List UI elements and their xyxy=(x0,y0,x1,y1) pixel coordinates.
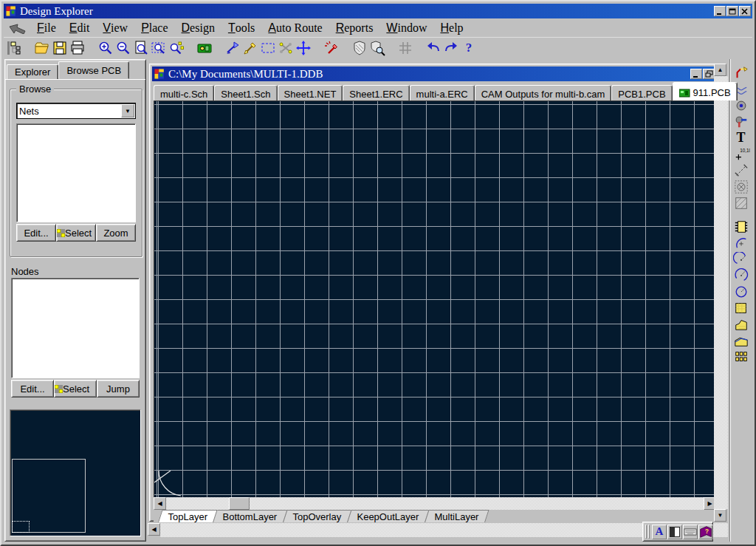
browse-edit-button[interactable]: Edit... xyxy=(16,224,56,242)
menu-help[interactable]: Help xyxy=(433,21,470,35)
document-titlebar[interactable]: C:\My Documents\MULTI-1.DDB xyxy=(152,66,716,81)
layer-tab-bar: TopLayerBottomLayerTopOverlayKeepOutLaye… xyxy=(154,510,716,522)
place-via-button[interactable] xyxy=(732,114,750,129)
document-maximize-button[interactable] xyxy=(703,69,715,79)
browse-type-combobox[interactable]: Nets ▼ xyxy=(16,103,136,119)
browse-select-button[interactable]: Select xyxy=(56,224,96,242)
wizard-button[interactable] xyxy=(323,39,340,57)
scrollbar-track[interactable] xyxy=(714,76,728,509)
keyboard-button[interactable] xyxy=(683,525,698,539)
titlebar[interactable]: Design Explorer xyxy=(4,4,752,18)
save-document-button[interactable] xyxy=(51,39,69,57)
panel-tab-explorer[interactable]: Explorer xyxy=(7,64,58,79)
edit-track-button[interactable] xyxy=(224,39,241,57)
help-button[interactable]: ? xyxy=(460,39,478,57)
arc-by-center-button[interactable] xyxy=(732,251,750,267)
nodes-edit-button[interactable]: Edit... xyxy=(11,380,54,397)
document-minimize-button[interactable] xyxy=(690,69,702,79)
toggle-grid-button[interactable] xyxy=(396,39,414,57)
open-document-icon xyxy=(34,40,50,56)
menu-edit[interactable]: Edit xyxy=(63,21,97,35)
toolbar-grip[interactable] xyxy=(645,525,647,539)
full-circle-button[interactable] xyxy=(732,284,750,299)
pcb-canvas[interactable] xyxy=(154,100,716,497)
place-hatched-fill-button[interactable] xyxy=(732,195,750,211)
interactive-routing-button[interactable] xyxy=(732,65,750,81)
nodes-select-button[interactable]: Select xyxy=(54,380,97,397)
undo-button[interactable] xyxy=(425,39,442,57)
split-plane-button[interactable] xyxy=(732,332,750,348)
browse-library-button[interactable] xyxy=(196,39,213,57)
scrollbar-track[interactable] xyxy=(166,497,704,510)
document-tab-911-pcb[interactable]: 911.PCB xyxy=(673,82,738,100)
document-tab-sheet1-sch[interactable]: Sheet1.Sch xyxy=(214,85,277,100)
pad-array-button[interactable] xyxy=(732,349,750,364)
tab-label: PCB1.PCB xyxy=(618,89,665,100)
menu-tools[interactable]: Tools xyxy=(221,21,261,35)
layer-tab-toplayer[interactable]: TopLayer xyxy=(157,510,218,522)
combobox-dropdown-button[interactable]: ▼ xyxy=(121,104,134,117)
close-button[interactable] xyxy=(739,6,751,16)
zoom-document-button[interactable] xyxy=(132,39,150,57)
scroll-down-button[interactable]: ▼ xyxy=(714,509,726,522)
menu-arrow-icon[interactable] xyxy=(8,21,30,35)
menu-reports[interactable]: Reports xyxy=(329,21,380,35)
help-book-button[interactable]: ? xyxy=(698,525,713,539)
scroll-left-button[interactable]: ◀ xyxy=(154,497,166,510)
nodes-list[interactable] xyxy=(11,278,140,378)
show-nets-button[interactable] xyxy=(277,39,295,57)
arc-any-angle-button[interactable] xyxy=(732,267,750,283)
open-document-button[interactable] xyxy=(33,39,51,57)
redo-button[interactable] xyxy=(442,39,460,57)
place-keepout-button[interactable] xyxy=(732,179,750,194)
layer-tab-bottomlayer[interactable]: BottomLayer xyxy=(212,510,288,522)
font-button[interactable]: A xyxy=(652,525,667,539)
toggle-explorer-panel-button[interactable] xyxy=(5,39,23,57)
zoom-point-button[interactable] xyxy=(168,39,185,57)
select-area-button[interactable] xyxy=(259,39,277,57)
scroll-up-button[interactable]: ▲ xyxy=(714,64,726,76)
board-minimap[interactable] xyxy=(10,409,141,536)
place-dimension-button[interactable] xyxy=(732,163,750,178)
arc-by-edge-button[interactable] xyxy=(732,235,750,250)
zoom-in-button[interactable] xyxy=(97,39,114,57)
panel-tab-browse-pcb[interactable]: Browse PCB xyxy=(58,61,129,79)
maximize-button[interactable] xyxy=(726,6,738,16)
place-coordinate-button[interactable]: 10,10 xyxy=(732,146,750,162)
print-button[interactable] xyxy=(69,39,86,57)
nodes-jump-button[interactable]: Jump xyxy=(97,380,140,397)
minimap-zoom-rect[interactable] xyxy=(12,521,30,533)
document-tab-cam-outputs-for-multi-b-cam[interactable]: CAM Outputs for multi-b.cam xyxy=(475,85,612,100)
place-string-button[interactable]: T xyxy=(732,130,750,146)
document-tab-pcb1-pcb[interactable]: PCB1.PCB xyxy=(611,85,672,100)
nets-list[interactable] xyxy=(16,123,136,222)
menu-place[interactable]: Place xyxy=(134,21,174,35)
zoom-out-button[interactable] xyxy=(114,39,132,57)
polygon-plane-button[interactable] xyxy=(732,316,750,332)
scrollbar-thumb[interactable] xyxy=(229,497,250,510)
toolbar-grip[interactable] xyxy=(648,525,650,539)
layer-tab-keepoutlayer[interactable]: KeepOutLayer xyxy=(346,510,429,522)
minimize-button[interactable] xyxy=(714,6,726,16)
browse-violations-button[interactable] xyxy=(368,39,386,57)
scroll-left-button[interactable]: ◀ xyxy=(148,523,160,536)
place-fill-button[interactable] xyxy=(732,300,750,315)
browse-zoom-button[interactable]: Zoom xyxy=(96,224,136,242)
menu-file[interactable]: File xyxy=(30,21,63,35)
menu-view[interactable]: View xyxy=(96,21,134,35)
zoom-area-button[interactable] xyxy=(150,39,168,57)
menu-auto-route[interactable]: Auto Route xyxy=(261,21,329,35)
layer-tab-multilayer[interactable]: MultiLayer xyxy=(423,510,489,522)
panel-toggle-button[interactable] xyxy=(667,525,682,539)
move-object-button[interactable] xyxy=(295,39,312,57)
document-tab-multi-a-erc[interactable]: multi-a.ERC xyxy=(410,85,475,100)
place-component-button[interactable] xyxy=(732,219,750,234)
menu-design[interactable]: Design xyxy=(175,21,221,35)
design-rule-check-button[interactable] xyxy=(351,39,368,57)
place-line-button[interactable] xyxy=(241,39,259,57)
document-tab-sheet1-net[interactable]: Sheet1.NET xyxy=(278,85,343,100)
document-tab-sheet1-erc[interactable]: Sheet1.ERC xyxy=(343,85,409,100)
document-tab-multi-c-sch[interactable]: multi-c.Sch xyxy=(154,85,214,100)
menu-window[interactable]: Window xyxy=(379,21,433,35)
layer-tab-topoverlay[interactable]: TopOverlay xyxy=(282,510,352,522)
